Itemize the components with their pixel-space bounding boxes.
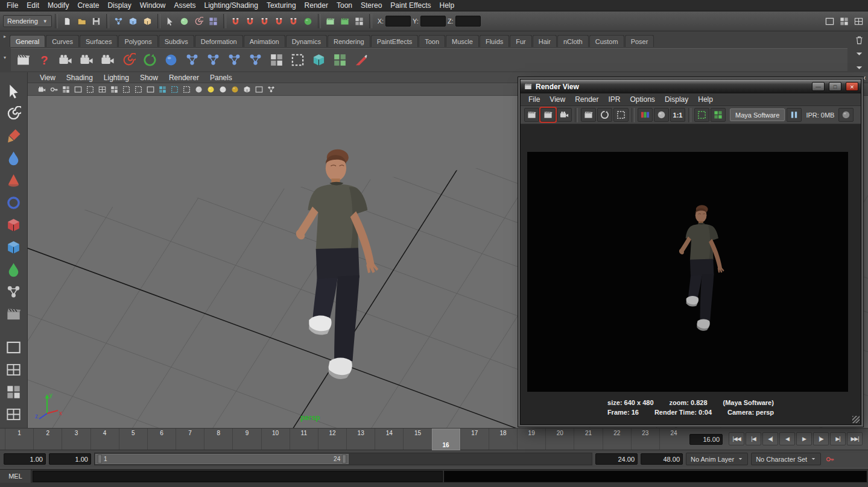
current-time-input[interactable]: 16.00 xyxy=(689,434,723,445)
rgb-channels-icon[interactable] xyxy=(638,108,653,122)
render-settings-icon[interactable] xyxy=(353,14,366,28)
make-live-icon[interactable] xyxy=(302,14,315,28)
anim-layer-dropdown[interactable]: No Anim Layer xyxy=(686,453,748,465)
single-pane-layout-button[interactable] xyxy=(4,337,24,357)
tool-settings-toggle-icon[interactable] xyxy=(837,14,851,28)
menu-toon[interactable]: Toon xyxy=(332,0,356,11)
character-model[interactable] xyxy=(290,147,404,399)
playback-start-input[interactable]: 1.00 xyxy=(49,453,91,465)
lock-camera-icon[interactable] xyxy=(48,84,60,95)
animation-start-input[interactable]: 1.00 xyxy=(4,453,46,465)
shelf-trash-icon[interactable] xyxy=(853,34,865,46)
all-lights-icon[interactable] xyxy=(217,84,229,95)
safe-title-icon[interactable] xyxy=(181,84,192,95)
render-region-icon[interactable] xyxy=(613,108,629,122)
timeline-frame-19[interactable]: 19 xyxy=(517,429,545,450)
resolution-gate-icon[interactable] xyxy=(133,84,144,95)
toolbar-separator[interactable] xyxy=(157,14,160,28)
ipr-status-icon[interactable] xyxy=(838,108,854,122)
step-back-frame-button[interactable]: |◀ xyxy=(746,432,761,445)
upstream-nodes-icon[interactable] xyxy=(224,51,244,70)
panel-menu-shading[interactable]: Shading xyxy=(62,73,98,83)
grid-toggle-icon[interactable] xyxy=(109,84,120,95)
timeline-frame-12[interactable]: 12 xyxy=(318,429,346,450)
range-end-handle[interactable] xyxy=(342,454,346,463)
render-current-frame-icon[interactable] xyxy=(524,108,539,122)
timeline-frame-14[interactable]: 14 xyxy=(375,429,403,450)
shelf-tab-general[interactable]: General xyxy=(10,35,45,47)
soft-selection-tool[interactable] xyxy=(4,148,24,168)
motion-path-icon[interactable] xyxy=(140,51,159,70)
command-line-input[interactable] xyxy=(33,471,443,482)
menu-render[interactable]: Render xyxy=(300,0,332,11)
timeline-frame-20[interactable]: 20 xyxy=(545,429,574,450)
shelf-tab-custom[interactable]: Custom xyxy=(589,35,624,47)
rv-menu-ipr[interactable]: IPR xyxy=(604,94,625,105)
snapshot-icon[interactable] xyxy=(557,108,572,122)
ipr-render-icon[interactable] xyxy=(338,14,352,28)
range-start-handle[interactable] xyxy=(98,454,102,463)
mask-surfaces-icon[interactable] xyxy=(207,14,220,28)
panel-menu-renderer[interactable]: Renderer xyxy=(164,73,204,83)
dependency-graph-icon[interactable] xyxy=(203,51,223,70)
select-hierarchy-icon[interactable] xyxy=(112,14,125,28)
shelf-tab-painteffects[interactable]: PaintEffects xyxy=(371,35,419,47)
render-view-window[interactable]: Render View — □ × FileViewRenderIPROptio… xyxy=(520,79,861,425)
mask-curves-icon[interactable] xyxy=(192,14,206,28)
image-plane-icon[interactable] xyxy=(84,84,96,95)
four-pane-layout-button[interactable] xyxy=(4,359,24,380)
step-forward-key-button[interactable]: |▶ xyxy=(813,432,829,445)
one-to-one-icon[interactable]: 1:1 xyxy=(670,108,685,122)
shelf-tab-fluids[interactable]: Fluids xyxy=(480,35,509,47)
current-frame-marker[interactable]: 16 xyxy=(432,429,460,450)
rv-menu-view[interactable]: View xyxy=(545,94,569,105)
rotate-tool[interactable] xyxy=(4,192,24,213)
snap-to-view-planes-icon[interactable] xyxy=(287,14,300,28)
spreadsheet-icon[interactable] xyxy=(267,51,286,70)
hypershade-layout-button[interactable] xyxy=(4,404,24,424)
timeline-frame-1[interactable]: 1 xyxy=(5,429,33,450)
redo-previous-render-icon[interactable] xyxy=(540,108,556,122)
select-object-icon[interactable] xyxy=(127,14,140,28)
animation-end-input[interactable]: 48.00 xyxy=(641,453,683,465)
show-manipulator-tool[interactable] xyxy=(4,281,24,302)
timeline-frame-18[interactable]: 18 xyxy=(489,429,517,450)
wireframe-icon[interactable] xyxy=(193,84,204,95)
rv-menu-file[interactable]: File xyxy=(524,94,544,105)
menu-help[interactable]: Help xyxy=(436,0,459,11)
rv-menu-options[interactable]: Options xyxy=(626,94,659,105)
rendered-image-canvas[interactable] xyxy=(527,152,848,392)
range-slider-track[interactable]: 1 24 xyxy=(94,453,592,465)
sever-connection-icon[interactable] xyxy=(351,51,370,70)
timeline-frame-5[interactable]: 5 xyxy=(119,429,147,450)
share-view-icon[interactable] xyxy=(265,84,277,95)
film-gate-icon[interactable] xyxy=(121,84,132,95)
step-forward-frame-button[interactable]: ▶| xyxy=(830,432,846,445)
toolbar-separator[interactable] xyxy=(223,14,226,28)
select-camera-icon[interactable] xyxy=(36,84,48,95)
shelf-menu-buttons[interactable]: ▸▾ xyxy=(1,34,9,60)
curl-curve-icon[interactable] xyxy=(119,51,138,70)
keep-image-icon[interactable] xyxy=(694,108,709,122)
minimize-button[interactable]: — xyxy=(812,82,825,91)
field-chart-icon[interactable] xyxy=(157,84,168,95)
shelf-tab-toon[interactable]: Toon xyxy=(419,35,445,47)
downstream-nodes-icon[interactable] xyxy=(246,51,265,70)
shelf-tab-polygons[interactable]: Polygons xyxy=(118,35,157,47)
move-tool[interactable] xyxy=(4,170,24,190)
auto-keyframe-toggle-icon[interactable] xyxy=(824,453,836,465)
time-slider[interactable]: 123456789101112131415161718192021222324 … xyxy=(0,428,868,450)
menu-edit[interactable]: Edit xyxy=(22,0,43,11)
rv-menu-render[interactable]: Render xyxy=(571,94,603,105)
shelf-tab-muscle[interactable]: Muscle xyxy=(446,35,479,47)
universal-manipulator-tool[interactable] xyxy=(4,237,24,257)
asset-icon[interactable] xyxy=(330,51,349,70)
new-scene-icon[interactable] xyxy=(61,14,74,28)
persp-outliner-layout-button[interactable] xyxy=(4,382,24,402)
timeline-frame-9[interactable]: 9 xyxy=(232,429,261,450)
channel-box-toggle-icon[interactable] xyxy=(852,14,865,28)
container-icon[interactable] xyxy=(309,51,328,70)
timeline-frame-7[interactable]: 7 xyxy=(176,429,204,450)
shelf-tab-hair[interactable]: Hair xyxy=(533,35,557,47)
gate-mask-icon[interactable] xyxy=(145,84,156,95)
